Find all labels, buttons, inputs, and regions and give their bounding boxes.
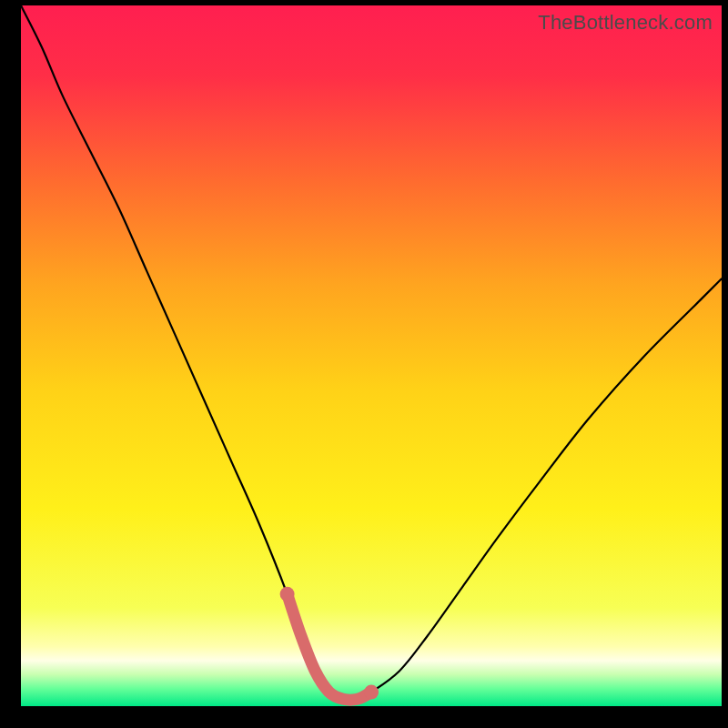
plot-area: TheBottleneck.com	[21, 5, 722, 706]
curve-layer	[21, 5, 722, 706]
optimal-range-highlight	[288, 594, 371, 700]
optimal-range-dot-end	[364, 685, 379, 700]
optimal-range-dot-start	[280, 587, 295, 602]
bottleneck-curve	[21, 5, 722, 700]
chart-frame: TheBottleneck.com	[0, 0, 728, 728]
